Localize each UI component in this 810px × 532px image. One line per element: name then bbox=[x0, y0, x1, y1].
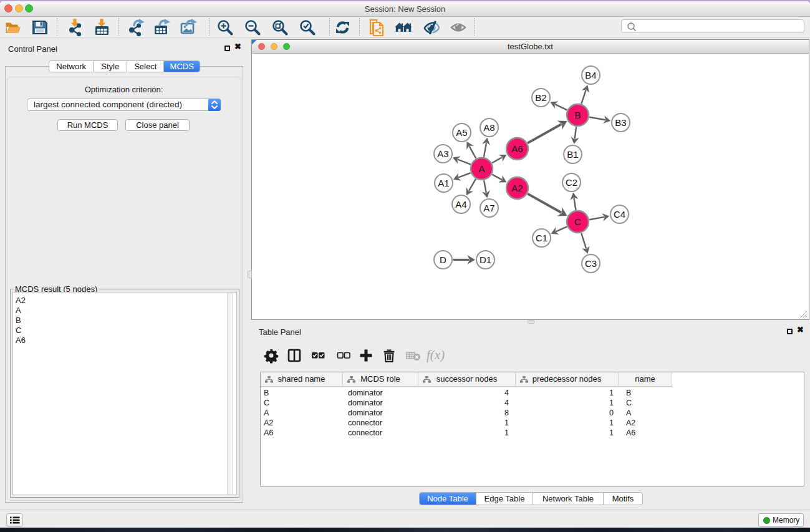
svg-text:B: B bbox=[574, 110, 581, 120]
svg-text:B3: B3 bbox=[615, 117, 626, 128]
svg-text:B2: B2 bbox=[535, 92, 546, 103]
svg-text:D1: D1 bbox=[480, 254, 491, 265]
svg-text:A5: A5 bbox=[456, 127, 467, 138]
svg-text:A4: A4 bbox=[455, 199, 466, 210]
svg-text:B4: B4 bbox=[585, 70, 596, 80]
svg-text:C2: C2 bbox=[566, 177, 577, 188]
svg-text:C4: C4 bbox=[614, 209, 625, 220]
svg-text:A6: A6 bbox=[511, 143, 523, 154]
svg-text:C1: C1 bbox=[536, 233, 547, 243]
svg-text:C3: C3 bbox=[585, 258, 597, 269]
svg-text:A1: A1 bbox=[438, 178, 449, 188]
svg-text:C: C bbox=[574, 216, 581, 227]
svg-text:A7: A7 bbox=[483, 203, 494, 213]
svg-text:A8: A8 bbox=[483, 122, 494, 133]
svg-text:A: A bbox=[478, 163, 485, 174]
svg-text:A3: A3 bbox=[437, 148, 448, 159]
svg-text:B1: B1 bbox=[567, 149, 578, 160]
svg-text:D: D bbox=[440, 254, 446, 265]
svg-text:A2: A2 bbox=[511, 183, 523, 193]
svg-text:f(x): f(x) bbox=[427, 347, 445, 362]
